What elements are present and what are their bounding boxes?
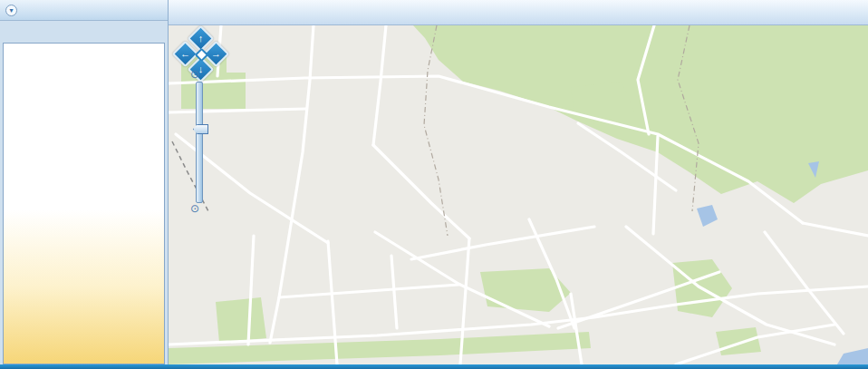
layer-control-panel (3, 43, 165, 364)
sidebar: ▾ (0, 0, 169, 364)
map-toolbar (169, 0, 868, 25)
collapse-icon[interactable]: ▾ (5, 5, 17, 16)
sidebar-tabs (0, 21, 168, 43)
zoom-slider[interactable] (196, 82, 203, 203)
map-basemap (169, 25, 868, 364)
map-canvas[interactable]: ↑ ← → ↓ ⊙ ⊙ (169, 25, 868, 364)
bottom-status-bar (0, 364, 868, 369)
gis-application-window: ▾ (0, 0, 868, 369)
map-browse-panel-header[interactable]: ▾ (0, 0, 168, 21)
zoom-slider-handle[interactable] (193, 124, 208, 134)
zoom-slider-bottom-icon[interactable]: ⊙ (190, 203, 199, 214)
zoom-slider-top-icon[interactable]: ⊙ (190, 69, 199, 80)
